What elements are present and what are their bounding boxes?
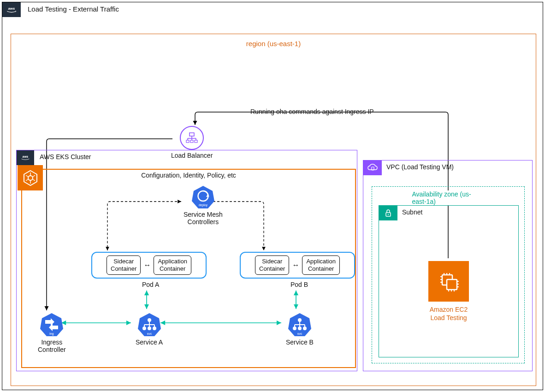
pod-b-sidecar: Sidecar Container (255, 255, 289, 274)
pod-a-app: Application Container (154, 255, 191, 274)
aws-logo-icon: aws (5, 5, 18, 14)
svg-rect-13 (195, 140, 197, 143)
mesh-deploy-icon: deploy (190, 184, 216, 210)
oha-arrow-label: Running oha commands against Ingress IP (250, 108, 374, 115)
bidir-arrow-icon: ↔ (143, 261, 151, 269)
subnet: Subnet (379, 205, 519, 357)
ingress-controller: ing Ingress Controller (38, 312, 66, 353)
svg-rect-12 (190, 140, 193, 143)
eks-inner: Configuration, Identity, Policy, etc dep… (21, 169, 356, 368)
svg-point-43 (298, 327, 302, 330)
config-label: Configuration, Identity, Policy, etc (141, 172, 236, 179)
service-b-label: Service B (286, 339, 314, 346)
load-balancer-icon (180, 126, 204, 150)
pod-a-label: Pod A (142, 281, 159, 288)
vpc-lt-label: VPC (Load Testing VM) (386, 163, 454, 171)
service-b: svc Service B (286, 312, 314, 346)
svg-point-42 (293, 327, 296, 330)
az-label: Availability zone (us-east-1a) (410, 190, 486, 205)
svg-text:ing: ing (50, 332, 54, 336)
subnet-label: Subnet (402, 208, 422, 216)
pod-b-label: Pod B (290, 281, 308, 288)
mesh-controller: deploy Service Mesh Controllers (184, 184, 223, 226)
diagram-title: Load Testing - External Traffic (28, 5, 119, 13)
subnet-badge (379, 206, 397, 220)
service-a-label: Service A (136, 339, 163, 346)
lock-icon (384, 208, 393, 218)
svg-point-32 (148, 327, 151, 330)
pod-b-app: Application Container (302, 255, 340, 274)
pod-b: Sidecar Container ↔ Application Containe… (240, 252, 355, 279)
svg-line-22 (32, 179, 35, 181)
region-label: region (us-east-1) (246, 40, 301, 48)
service-icon: svc (287, 312, 313, 338)
svg-text:svc: svc (297, 332, 302, 335)
pod-a-sidecar: Sidecar Container (107, 255, 141, 274)
service-a: svc Service A (136, 312, 163, 346)
aws-logo-badge: aws (2, 2, 21, 17)
svg-line-19 (26, 175, 29, 177)
vpc-badge (363, 160, 382, 175)
diagram-frame: aws Load Testing - External Traffic regi… (2, 2, 543, 390)
svg-text:deploy: deploy (199, 203, 208, 207)
aws-logo-icon: aws (19, 154, 31, 162)
svg-rect-55 (447, 279, 457, 290)
pod-a: Sidecar Container ↔ Application Containe… (91, 252, 207, 279)
eks-hex-icon (18, 165, 43, 190)
ingress-icon: ing (39, 312, 65, 338)
svg-point-53 (388, 214, 389, 215)
bidir-arrow-icon: ↔ (292, 261, 299, 269)
ec2-instance: Amazon EC2 Load Testing (428, 261, 469, 322)
svg-point-44 (303, 327, 307, 330)
mesh-label: Service Mesh Controllers (184, 211, 223, 226)
svg-point-30 (148, 318, 151, 322)
svg-line-20 (32, 175, 35, 177)
ec2-icon (428, 261, 469, 302)
ec2-label: Amazon EC2 Load Testing (428, 305, 469, 322)
svg-line-21 (26, 179, 29, 181)
svg-text:aws: aws (8, 6, 15, 11)
eks-label: AWS EKS Cluster (40, 153, 91, 160)
vpc-cloud-icon (367, 163, 378, 172)
availability-zone: Availability zone (us-east-1a) Subnet (372, 186, 525, 363)
vpc-load-testing: VPC (Load Testing VM) Availability zone … (363, 160, 533, 371)
svg-rect-11 (186, 140, 189, 143)
service-icon: svc (136, 312, 162, 338)
vpc-eks: aws AWS EKS Cluster Configuration, Ident… (16, 150, 357, 371)
svg-point-16 (28, 176, 33, 180)
svg-point-31 (142, 327, 146, 330)
svg-text:svc: svc (147, 332, 152, 335)
svg-point-41 (298, 318, 302, 322)
ingress-label: Ingress Controller (38, 339, 66, 353)
svg-point-33 (153, 327, 156, 330)
aws-badge-eks: aws (17, 150, 34, 165)
svg-text:aws: aws (23, 155, 29, 158)
svg-rect-5 (190, 133, 194, 136)
